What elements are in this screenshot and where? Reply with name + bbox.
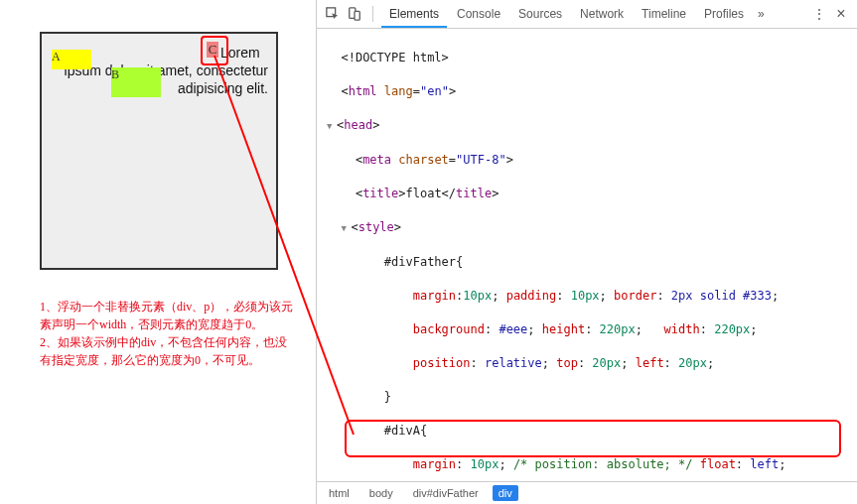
div-b: B [111, 67, 161, 97]
preview-pane: Lorem ipsum dolor sit amet, consectetur … [0, 0, 316, 504]
svg-rect-2 [355, 11, 359, 20]
tab-elements[interactable]: Elements [381, 0, 447, 28]
devtools-toolbar: Elements Console Sources Network Timelin… [317, 0, 857, 29]
tab-console[interactable]: Console [449, 0, 508, 28]
annotation-notes: 1、浮动一个非替换元素（div、p），必须为该元素声明一个width，否则元素的… [40, 298, 298, 369]
tab-network[interactable]: Network [572, 0, 632, 28]
elements-tree[interactable]: <!DOCTYPE html> <html lang="en"> <head> … [317, 29, 857, 481]
breadcrumb: html body div#divFather div [317, 481, 857, 504]
note-line-2: 2、如果该示例中的div，不包含任何内容，也没有指定宽度，那么它的宽度为0，不可… [40, 333, 298, 369]
more-tabs-icon[interactable]: » [754, 7, 769, 21]
crumb-body[interactable]: body [363, 485, 399, 501]
div-c: C [207, 42, 218, 58]
crumb-html[interactable]: html [323, 485, 356, 501]
toolbar-separator [372, 6, 373, 22]
disclosure-triangle-icon[interactable] [341, 219, 351, 237]
crumb-div[interactable]: div [493, 485, 518, 501]
tab-profiles[interactable]: Profiles [696, 0, 752, 28]
tab-sources[interactable]: Sources [510, 0, 570, 28]
close-icon[interactable]: × [831, 4, 851, 24]
tab-timeline[interactable]: Timeline [634, 0, 694, 28]
menu-icon[interactable]: ⋮ [809, 4, 829, 24]
disclosure-triangle-icon[interactable] [327, 117, 337, 135]
inspect-icon[interactable] [323, 4, 343, 24]
note-line-1: 1、浮动一个非替换元素（div、p），必须为该元素声明一个width，否则元素的… [40, 298, 298, 333]
div-a: A [52, 50, 91, 69]
crumb-div-father[interactable]: div#divFather [407, 485, 485, 501]
devtools-pane: Elements Console Sources Network Timelin… [316, 0, 857, 504]
div-father: Lorem ipsum dolor sit amet, consectetur … [40, 32, 278, 270]
device-toggle-icon[interactable] [345, 4, 364, 24]
